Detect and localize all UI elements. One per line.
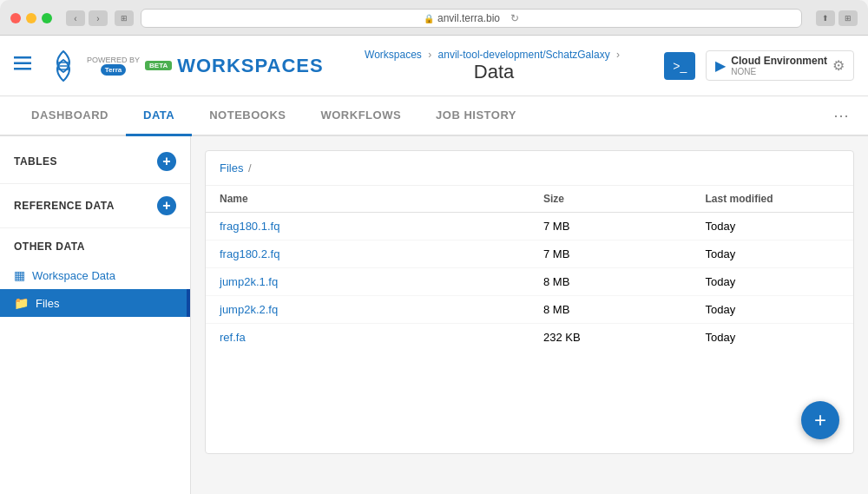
breadcrumb-area: Workspaces › anvil-tool-development/Scha… — [338, 49, 651, 83]
cloud-environment-button[interactable]: ▶ Cloud Environment NONE ⚙ — [706, 50, 854, 81]
table-row[interactable]: jump2k.1.fq 8 MB Today — [206, 268, 853, 296]
col-header-modified: Last modified — [692, 186, 854, 213]
breadcrumb: Workspaces › anvil-tool-development/Scha… — [365, 49, 623, 61]
forward-button[interactable]: › — [89, 10, 108, 26]
file-panel-header: Files / — [206, 151, 853, 186]
file-size-4: 232 KB — [529, 324, 692, 352]
breadcrumb-workspace[interactable]: anvil-tool-development/SchatzGalaxy — [438, 49, 610, 61]
file-link-4[interactable]: ref.fa — [220, 331, 246, 344]
terra-badge: Terra — [101, 64, 126, 76]
address-bar[interactable]: 🔒 anvil.terra.bio ↻ — [141, 9, 802, 28]
logo-area: POWERED BY Terra BETA WORKSPACES — [45, 48, 324, 84]
play-icon: ▶ — [715, 57, 726, 74]
files-path-link[interactable]: Files — [220, 161, 243, 175]
fab-upload-button[interactable]: + — [801, 401, 839, 439]
file-table: Name Size Last modified frag180.1.fq 7 M… — [206, 186, 853, 351]
sidebar-section-reference-data[interactable]: REFERENCE DATA + — [0, 188, 190, 224]
svg-rect-2 — [14, 68, 31, 70]
tab-dashboard[interactable]: DASHBOARD — [14, 96, 126, 136]
file-panel: Files / Name Size Last modified frag180.… — [205, 150, 854, 454]
file-size-3: 8 MB — [529, 296, 692, 324]
page-title: Data — [474, 61, 514, 83]
cloud-env-settings-icon[interactable]: ⚙ — [832, 57, 845, 74]
beta-badge: BETA — [145, 61, 172, 70]
file-size-1: 7 MB — [529, 240, 692, 268]
back-button[interactable]: ‹ — [66, 10, 85, 26]
tab-notebooks[interactable]: NOTEBOOKS — [192, 96, 303, 136]
table-icon: ▦ — [14, 268, 25, 282]
main-layout: TABLES + REFERENCE DATA + OTHER DATA ▦ W… — [0, 136, 868, 494]
app-header: POWERED BY Terra BETA WORKSPACES Workspa… — [0, 36, 868, 96]
nav-tabs: DASHBOARD DATA NOTEBOOKS WORKFLOWS JOB H… — [0, 96, 868, 136]
file-size-2: 8 MB — [529, 268, 692, 296]
divider-1 — [0, 183, 190, 184]
refresh-button[interactable]: ↻ — [510, 12, 519, 24]
table-row[interactable]: ref.fa 232 KB Today — [206, 324, 853, 352]
file-modified-2: Today — [692, 268, 854, 296]
terminal-button[interactable]: >_ — [664, 52, 695, 80]
add-table-button[interactable]: + — [157, 152, 176, 171]
other-data-section-label: OTHER DATA — [14, 240, 85, 253]
add-reference-data-button[interactable]: + — [157, 196, 176, 215]
hamburger-menu-icon[interactable] — [14, 56, 31, 75]
folder-icon: 📁 — [14, 296, 29, 310]
svg-rect-0 — [14, 56, 31, 59]
table-row[interactable]: frag180.1.fq 7 MB Today — [206, 213, 853, 240]
file-modified-4: Today — [692, 324, 854, 352]
table-row[interactable]: jump2k.2.fq 8 MB Today — [206, 296, 853, 324]
tab-view-button[interactable]: ⊞ — [115, 10, 134, 26]
sidebar-item-files-label: Files — [36, 297, 59, 310]
sidebar-section-other-data: OTHER DATA — [0, 232, 190, 261]
breadcrumb-sep1: › — [428, 49, 431, 61]
content-area: Files / Name Size Last modified frag180.… — [191, 136, 868, 494]
svg-rect-1 — [14, 63, 31, 65]
header-actions: >_ ▶ Cloud Environment NONE ⚙ — [664, 50, 854, 81]
breadcrumb-sep2: › — [616, 49, 620, 61]
sidebar-item-workspace-data[interactable]: ▦ Workspace Data — [0, 261, 190, 289]
file-link-2[interactable]: jump2k.1.fq — [220, 275, 278, 288]
col-header-name: Name — [206, 186, 529, 213]
tab-workflows[interactable]: WORKFLOWS — [303, 96, 418, 136]
cloud-env-label: Cloud Environment — [731, 55, 827, 67]
sidebar: TABLES + REFERENCE DATA + OTHER DATA ▦ W… — [0, 136, 191, 494]
dna-logo-icon — [45, 48, 82, 84]
file-modified-3: Today — [692, 296, 854, 324]
file-link-0[interactable]: frag180.1.fq — [220, 220, 279, 233]
sidebar-section-tables[interactable]: TABLES + — [0, 143, 190, 180]
breadcrumb-workspaces[interactable]: Workspaces — [365, 49, 422, 61]
divider-2 — [0, 227, 190, 228]
powered-by-label: POWERED BY Terra — [87, 56, 140, 76]
app-title: WORKSPACES — [177, 55, 324, 77]
table-row[interactable]: frag180.2.fq 7 MB Today — [206, 240, 853, 268]
file-modified-0: Today — [692, 213, 854, 240]
share-button[interactable]: ⬆ — [816, 10, 835, 26]
file-link-1[interactable]: frag180.2.fq — [220, 247, 279, 260]
sidebar-item-workspace-data-label: Workspace Data — [32, 269, 115, 282]
sidebar-item-files[interactable]: 📁 Files — [0, 289, 190, 317]
tables-section-label: TABLES — [14, 155, 57, 168]
path-separator: / — [248, 161, 252, 175]
file-link-3[interactable]: jump2k.2.fq — [220, 303, 278, 316]
file-modified-1: Today — [692, 240, 854, 268]
new-tab-button[interactable]: ⊞ — [838, 10, 858, 26]
file-size-0: 7 MB — [529, 213, 692, 240]
col-header-size: Size — [529, 186, 692, 213]
lock-icon: 🔒 — [424, 14, 434, 23]
tab-data[interactable]: DATA — [126, 96, 192, 136]
minimize-button[interactable] — [26, 13, 36, 23]
tabs-more-button[interactable]: ⋯ — [828, 102, 854, 128]
address-text: anvil.terra.bio — [437, 12, 500, 24]
reference-data-section-label: REFERENCE DATA — [14, 200, 115, 212]
close-button[interactable] — [10, 13, 21, 23]
tab-job-history[interactable]: JOB HISTORY — [418, 96, 534, 136]
cloud-env-status: NONE — [731, 67, 827, 76]
maximize-button[interactable] — [42, 13, 52, 23]
